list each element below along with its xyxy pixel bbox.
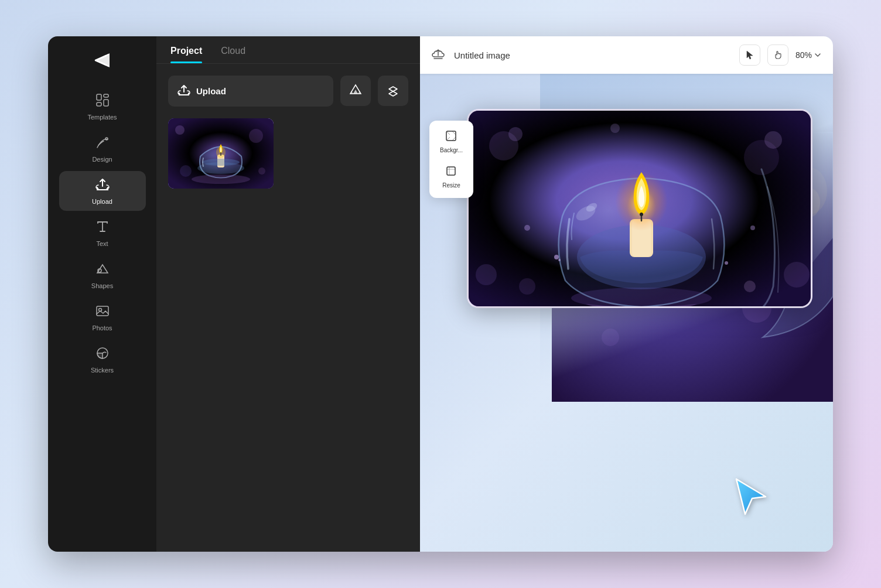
shapes-label: Shapes xyxy=(91,282,113,289)
background-label: Backgr... xyxy=(440,147,463,153)
sidebar-item-upload[interactable]: Upload xyxy=(59,171,146,211)
select-tool-button[interactable] xyxy=(739,45,760,66)
cursor-arrow xyxy=(733,476,769,519)
panel-content: Upload xyxy=(156,64,420,552)
main-image-card[interactable] xyxy=(467,109,812,308)
svg-point-22 xyxy=(202,159,240,166)
svg-point-44 xyxy=(610,124,620,133)
svg-point-15 xyxy=(249,129,263,143)
shapes-icon xyxy=(95,261,110,279)
svg-point-37 xyxy=(508,127,523,141)
photos-label: Photos xyxy=(92,324,112,331)
resize-tool[interactable]: Resize xyxy=(434,160,469,193)
svg-rect-3 xyxy=(104,94,108,97)
media-thumbnail[interactable] xyxy=(168,118,274,189)
svg-point-14 xyxy=(175,125,185,135)
app-container: Templates Design xyxy=(48,36,833,552)
svg-point-39 xyxy=(764,131,782,149)
sidebar-item-templates[interactable]: Templates xyxy=(59,87,146,127)
upload-btn-label: Upload xyxy=(196,86,226,96)
svg-point-56 xyxy=(558,259,561,261)
upload-icon xyxy=(95,177,110,194)
sidebar-item-design[interactable]: Design xyxy=(59,129,146,169)
sidebar: Templates Design xyxy=(48,36,156,552)
svg-point-58 xyxy=(524,225,530,231)
panel-tabs: Project Cloud xyxy=(156,36,420,64)
background-icon xyxy=(445,130,457,145)
svg-point-43 xyxy=(519,278,535,295)
svg-point-59 xyxy=(750,225,755,230)
canvas-content: Backgr... Resize xyxy=(420,74,833,552)
zoom-level: 80% xyxy=(795,50,812,60)
design-label: Design xyxy=(92,156,112,163)
svg-point-57 xyxy=(725,261,728,265)
tab-cloud[interactable]: Cloud xyxy=(221,46,245,63)
hand-tool-button[interactable] xyxy=(767,45,788,66)
background-tool[interactable]: Backgr... xyxy=(434,125,469,158)
upload-btn-icon xyxy=(177,84,190,98)
svg-point-23 xyxy=(192,175,250,184)
sidebar-item-text[interactable]: Text xyxy=(59,213,146,253)
sidebar-item-photos[interactable]: Photos xyxy=(59,298,146,337)
upload-label: Upload xyxy=(92,198,112,205)
thumb-inner xyxy=(168,118,274,189)
svg-rect-2 xyxy=(97,94,101,100)
svg-point-52 xyxy=(640,213,643,216)
top-toolbar: Untitled image 80% xyxy=(420,36,833,74)
document-title: Untitled image xyxy=(454,50,730,60)
cloud-save-icon xyxy=(432,47,445,63)
text-label: Text xyxy=(96,240,108,247)
photos-icon xyxy=(95,303,110,321)
stickers-icon xyxy=(95,346,110,363)
upload-button[interactable]: Upload xyxy=(168,76,333,107)
svg-rect-5 xyxy=(97,102,101,106)
nav-items: Templates Design xyxy=(48,87,156,380)
svg-rect-34 xyxy=(447,167,455,175)
logo xyxy=(88,46,117,75)
templates-icon xyxy=(95,93,110,110)
svg-point-41 xyxy=(784,262,810,288)
resize-icon xyxy=(445,165,457,180)
toolbar-right: 80% xyxy=(739,45,821,66)
properties-panel: Backgr... Resize xyxy=(429,121,473,198)
gdrive-button[interactable] xyxy=(340,76,371,106)
design-icon xyxy=(95,135,110,152)
canvas-area: Untitled image 80% xyxy=(420,36,833,552)
svg-point-40 xyxy=(476,264,497,285)
tab-project[interactable]: Project xyxy=(170,46,202,63)
svg-rect-4 xyxy=(104,100,108,106)
zoom-control[interactable]: 80% xyxy=(795,50,821,60)
templates-label: Templates xyxy=(87,114,117,121)
svg-rect-10 xyxy=(97,306,108,316)
dropbox-button[interactable] xyxy=(378,76,408,106)
stickers-label: Stickers xyxy=(91,367,114,374)
upload-section: Upload xyxy=(168,76,408,107)
text-icon xyxy=(95,219,110,237)
media-grid xyxy=(168,118,408,189)
svg-point-16 xyxy=(258,167,265,175)
sidebar-item-stickers[interactable]: Stickers xyxy=(59,340,146,380)
sidebar-item-shapes[interactable]: Shapes xyxy=(59,255,146,295)
svg-point-17 xyxy=(180,165,192,177)
media-panel: Project Cloud Upload xyxy=(156,36,420,552)
svg-point-42 xyxy=(744,281,756,292)
resize-label: Resize xyxy=(442,182,460,189)
svg-point-55 xyxy=(554,255,559,259)
